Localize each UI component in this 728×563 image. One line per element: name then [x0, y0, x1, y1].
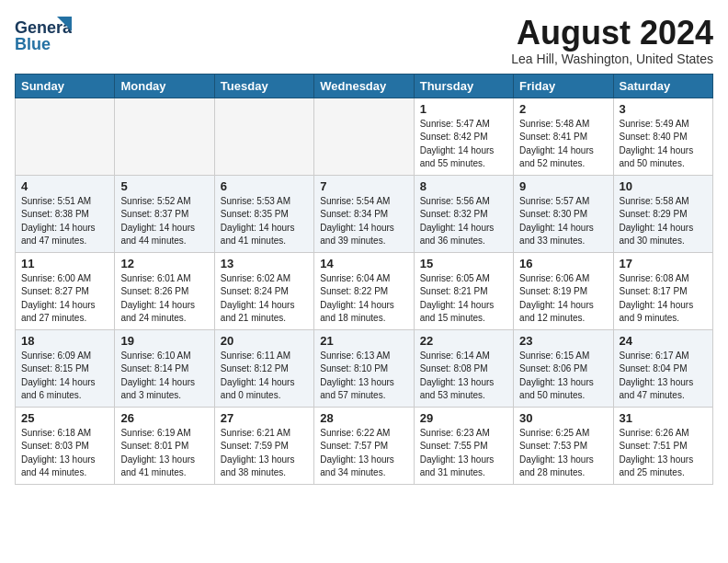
calendar-cell: 18Sunrise: 6:09 AMSunset: 8:15 PMDayligh…: [16, 329, 115, 407]
day-info: Sunrise: 5:56 AMSunset: 8:32 PMDaylight:…: [420, 195, 507, 248]
calendar-cell: 24Sunrise: 6:17 AMSunset: 8:04 PMDayligh…: [613, 329, 712, 407]
day-number: 29: [420, 411, 507, 425]
weekday-header-row: SundayMondayTuesdayWednesdayThursdayFrid…: [16, 74, 713, 98]
day-info: Sunrise: 5:58 AMSunset: 8:29 PMDaylight:…: [620, 195, 707, 248]
week-row-5: 25Sunrise: 6:18 AMSunset: 8:03 PMDayligh…: [16, 407, 713, 484]
logo-icon: General Blue: [15, 15, 72, 55]
location-subtitle: Lea Hill, Washington, United States: [511, 52, 713, 66]
day-info: Sunrise: 6:13 AMSunset: 8:10 PMDaylight:…: [320, 350, 407, 403]
day-number: 4: [21, 179, 108, 193]
day-number: 7: [320, 179, 407, 193]
calendar-cell: 3Sunrise: 5:49 AMSunset: 8:40 PMDaylight…: [613, 98, 712, 175]
calendar-cell: 7Sunrise: 5:54 AMSunset: 8:34 PMDaylight…: [314, 175, 414, 252]
day-info: Sunrise: 6:08 AMSunset: 8:17 PMDaylight:…: [620, 272, 707, 326]
day-number: 10: [620, 179, 707, 193]
day-info: Sunrise: 6:26 AMSunset: 7:51 PMDaylight:…: [620, 427, 707, 480]
day-info: Sunrise: 6:25 AMSunset: 7:53 PMDaylight:…: [519, 427, 607, 480]
calendar-cell: 26Sunrise: 6:19 AMSunset: 8:01 PMDayligh…: [115, 407, 214, 484]
calendar-cell: 19Sunrise: 6:10 AMSunset: 8:14 PMDayligh…: [115, 329, 214, 407]
day-info: Sunrise: 6:09 AMSunset: 8:15 PMDaylight:…: [21, 350, 108, 403]
day-number: 28: [320, 411, 407, 425]
day-info: Sunrise: 6:23 AMSunset: 7:55 PMDaylight:…: [420, 427, 507, 480]
calendar-table: SundayMondayTuesdayWednesdayThursdayFrid…: [15, 74, 713, 485]
calendar-body: 1Sunrise: 5:47 AMSunset: 8:42 PMDaylight…: [16, 98, 713, 484]
calendar-cell: 8Sunrise: 5:56 AMSunset: 8:32 PMDaylight…: [414, 175, 513, 252]
calendar-cell: [115, 98, 214, 175]
calendar-cell: 28Sunrise: 6:22 AMSunset: 7:57 PMDayligh…: [314, 407, 414, 484]
day-number: 8: [420, 179, 507, 193]
day-number: 17: [620, 257, 707, 270]
day-number: 9: [519, 179, 607, 193]
calendar-cell: 13Sunrise: 6:02 AMSunset: 8:24 PMDayligh…: [214, 252, 313, 329]
day-info: Sunrise: 5:49 AMSunset: 8:40 PMDaylight:…: [620, 118, 707, 171]
calendar-cell: 22Sunrise: 6:14 AMSunset: 8:08 PMDayligh…: [414, 329, 513, 407]
page-header: General Blue August 2024 Lea Hill, Washi…: [15, 15, 713, 66]
day-number: 18: [21, 334, 108, 348]
day-number: 16: [519, 257, 607, 270]
calendar-cell: 4Sunrise: 5:51 AMSunset: 8:38 PMDaylight…: [16, 175, 115, 252]
day-number: 1: [420, 102, 507, 116]
day-info: Sunrise: 6:02 AMSunset: 8:24 PMDaylight:…: [221, 272, 308, 326]
day-number: 31: [620, 411, 707, 425]
day-info: Sunrise: 5:48 AMSunset: 8:41 PMDaylight:…: [519, 118, 607, 171]
day-number: 2: [519, 102, 607, 116]
day-number: 26: [120, 411, 208, 425]
calendar-cell: [314, 98, 414, 175]
svg-text:Blue: Blue: [15, 35, 51, 53]
day-info: Sunrise: 6:17 AMSunset: 8:04 PMDaylight:…: [620, 350, 707, 403]
day-number: 11: [21, 257, 108, 270]
calendar-cell: 21Sunrise: 6:13 AMSunset: 8:10 PMDayligh…: [314, 329, 414, 407]
day-info: Sunrise: 6:14 AMSunset: 8:08 PMDaylight:…: [420, 350, 507, 403]
day-number: 13: [221, 257, 308, 270]
day-number: 21: [320, 334, 407, 348]
day-number: 20: [221, 334, 308, 348]
week-row-2: 4Sunrise: 5:51 AMSunset: 8:38 PMDaylight…: [16, 175, 713, 252]
day-number: 3: [620, 102, 707, 116]
calendar-cell: [214, 98, 313, 175]
day-info: Sunrise: 5:52 AMSunset: 8:37 PMDaylight:…: [120, 195, 208, 248]
day-number: 15: [420, 257, 507, 270]
calendar-cell: 12Sunrise: 6:01 AMSunset: 8:26 PMDayligh…: [115, 252, 214, 329]
calendar-cell: 1Sunrise: 5:47 AMSunset: 8:42 PMDaylight…: [414, 98, 513, 175]
calendar-cell: 9Sunrise: 5:57 AMSunset: 8:30 PMDaylight…: [514, 175, 613, 252]
weekday-saturday: Saturday: [613, 74, 712, 98]
weekday-wednesday: Wednesday: [314, 74, 414, 98]
logo: General Blue: [15, 15, 72, 55]
calendar-cell: 5Sunrise: 5:52 AMSunset: 8:37 PMDaylight…: [115, 175, 214, 252]
title-area: August 2024 Lea Hill, Washington, United…: [511, 15, 713, 66]
week-row-1: 1Sunrise: 5:47 AMSunset: 8:42 PMDaylight…: [16, 98, 713, 175]
day-number: 12: [120, 257, 208, 270]
day-number: 19: [120, 334, 208, 348]
calendar-cell: [16, 98, 115, 175]
weekday-sunday: Sunday: [16, 74, 115, 98]
day-info: Sunrise: 6:10 AMSunset: 8:14 PMDaylight:…: [120, 350, 208, 403]
weekday-monday: Monday: [115, 74, 214, 98]
day-info: Sunrise: 6:06 AMSunset: 8:19 PMDaylight:…: [519, 272, 607, 326]
calendar-cell: 2Sunrise: 5:48 AMSunset: 8:41 PMDaylight…: [514, 98, 613, 175]
calendar-cell: 15Sunrise: 6:05 AMSunset: 8:21 PMDayligh…: [414, 252, 513, 329]
weekday-friday: Friday: [514, 74, 613, 98]
month-title: August 2024: [511, 15, 713, 52]
day-info: Sunrise: 6:21 AMSunset: 7:59 PMDaylight:…: [221, 427, 308, 480]
calendar-cell: 31Sunrise: 6:26 AMSunset: 7:51 PMDayligh…: [613, 407, 712, 484]
week-row-3: 11Sunrise: 6:00 AMSunset: 8:27 PMDayligh…: [16, 252, 713, 329]
day-info: Sunrise: 6:18 AMSunset: 8:03 PMDaylight:…: [21, 427, 108, 480]
calendar-cell: 10Sunrise: 5:58 AMSunset: 8:29 PMDayligh…: [613, 175, 712, 252]
day-info: Sunrise: 5:53 AMSunset: 8:35 PMDaylight:…: [221, 195, 308, 248]
calendar-cell: 23Sunrise: 6:15 AMSunset: 8:06 PMDayligh…: [514, 329, 613, 407]
calendar-cell: 30Sunrise: 6:25 AMSunset: 7:53 PMDayligh…: [514, 407, 613, 484]
weekday-thursday: Thursday: [414, 74, 513, 98]
calendar-cell: 20Sunrise: 6:11 AMSunset: 8:12 PMDayligh…: [214, 329, 313, 407]
day-info: Sunrise: 6:01 AMSunset: 8:26 PMDaylight:…: [120, 272, 208, 326]
week-row-4: 18Sunrise: 6:09 AMSunset: 8:15 PMDayligh…: [16, 329, 713, 407]
calendar-cell: 11Sunrise: 6:00 AMSunset: 8:27 PMDayligh…: [16, 252, 115, 329]
day-number: 24: [620, 334, 707, 348]
day-info: Sunrise: 6:05 AMSunset: 8:21 PMDaylight:…: [420, 272, 507, 326]
day-info: Sunrise: 6:22 AMSunset: 7:57 PMDaylight:…: [320, 427, 407, 480]
weekday-tuesday: Tuesday: [214, 74, 313, 98]
calendar-cell: 14Sunrise: 6:04 AMSunset: 8:22 PMDayligh…: [314, 252, 414, 329]
day-number: 25: [21, 411, 108, 425]
day-info: Sunrise: 5:54 AMSunset: 8:34 PMDaylight:…: [320, 195, 407, 248]
day-info: Sunrise: 6:15 AMSunset: 8:06 PMDaylight:…: [519, 350, 607, 403]
calendar-cell: 6Sunrise: 5:53 AMSunset: 8:35 PMDaylight…: [214, 175, 313, 252]
